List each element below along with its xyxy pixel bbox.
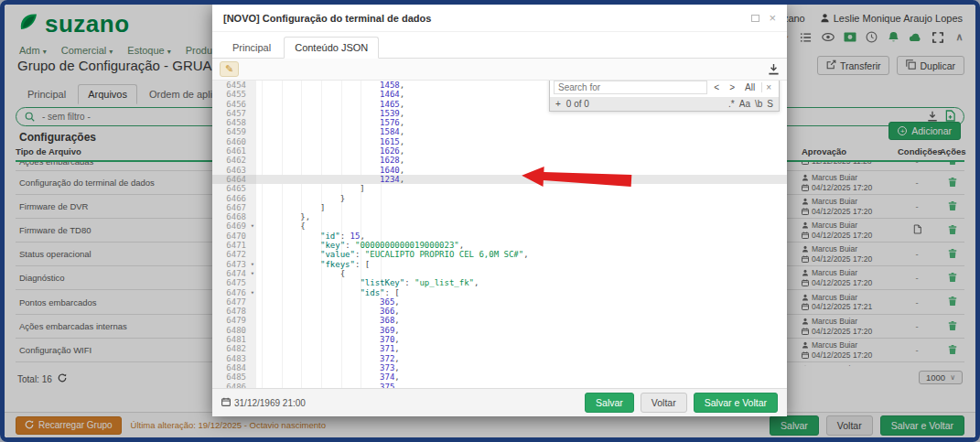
- fold-icon[interactable]: ▾: [251, 221, 254, 231]
- timestamp: 31/12/1969 21:00: [234, 398, 306, 408]
- line-number: 6463: [212, 166, 256, 175]
- code-line[interactable]: 6479 368,: [212, 316, 787, 325]
- modal-header: [NOVO] Configuração do terminal de dados…: [212, 5, 787, 32]
- code-text: 1464,: [256, 90, 404, 99]
- fold-icon[interactable]: ▾: [251, 288, 254, 297]
- code-line[interactable]: 6460 1615,: [212, 137, 787, 146]
- line-number: 6484: [212, 363, 256, 372]
- code-line[interactable]: 6481 370,: [212, 335, 787, 344]
- search-all-button[interactable]: All: [741, 82, 759, 92]
- search-input[interactable]: [554, 81, 707, 94]
- code-line[interactable]: 6463 1640,: [212, 166, 787, 175]
- code-line[interactable]: 6473▾ "fkeys": [: [212, 260, 787, 269]
- maximize-icon[interactable]: [751, 15, 759, 22]
- modal-tab-conte-do-json[interactable]: Conteúdo JSON: [284, 37, 379, 59]
- code-text: 1584,: [256, 127, 404, 136]
- fold-icon[interactable]: ▾: [251, 269, 254, 278]
- line-number: 6480: [212, 326, 256, 335]
- code-text: 371,: [256, 344, 400, 353]
- code-text: "fkeys": [: [256, 260, 370, 269]
- code-line[interactable]: 6462 1628,: [212, 156, 787, 165]
- code-text: 1458,: [256, 81, 404, 90]
- code-line[interactable]: 6486 375,: [212, 383, 787, 389]
- line-number: 6462: [212, 156, 256, 165]
- line-number: 6459: [212, 127, 256, 136]
- code-text: "ids": [: [256, 288, 400, 297]
- code-text: 1234,: [256, 175, 404, 184]
- code-text: 370,: [256, 335, 400, 344]
- code-line[interactable]: 6477 365,: [212, 297, 787, 307]
- line-number: 6467: [212, 203, 256, 212]
- code-line[interactable]: 6470 "id": 15,: [212, 232, 787, 241]
- line-number: 6482: [212, 344, 256, 353]
- code-line[interactable]: 6485 374,: [212, 372, 787, 382]
- toggle-replace-button[interactable]: +: [555, 99, 561, 109]
- in-selection-toggle[interactable]: S: [767, 99, 773, 109]
- download-json-icon[interactable]: [768, 63, 780, 75]
- code-text: 375,: [256, 383, 400, 389]
- line-number: 6471: [212, 241, 256, 250]
- close-icon[interactable]: ×: [769, 14, 776, 23]
- edit-pencil-icon[interactable]: ✎: [220, 61, 239, 77]
- line-number: 6455: [212, 90, 256, 99]
- code-line[interactable]: 6478 366,: [212, 307, 787, 316]
- line-number: 6465: [212, 184, 256, 193]
- code-line[interactable]: 6472 "value": "EUCALIPTO PROPRIO CEL 6,0…: [212, 250, 787, 259]
- code-line[interactable]: 6480 369,: [212, 326, 787, 335]
- fold-icon[interactable]: ▾: [251, 260, 254, 269]
- line-number: 6468: [212, 212, 256, 221]
- line-number: 6483: [212, 354, 256, 363]
- code-line[interactable]: 6466 }: [212, 194, 787, 203]
- code-text: 366,: [256, 307, 400, 316]
- json-code-editor[interactable]: 6454 1458,6455 1464,6456 1465,6457 1539,…: [212, 81, 787, 388]
- modal-title: [NOVO] Configuração do terminal de dados: [223, 13, 431, 24]
- code-text: ]: [256, 203, 325, 212]
- line-number: 6485: [212, 372, 256, 382]
- code-line[interactable]: 6461 1626,: [212, 146, 787, 156]
- wholeword-toggle[interactable]: \b: [755, 99, 762, 109]
- search-prev-button[interactable]: <: [710, 82, 723, 92]
- code-line[interactable]: 6483 372,: [212, 354, 787, 363]
- code-line[interactable]: 6475 "listKey": "up_list_fk",: [212, 278, 787, 287]
- search-counter: 0 of 0: [566, 99, 589, 109]
- search-close-icon[interactable]: ×: [761, 82, 775, 92]
- editor-toolbar: ✎: [212, 59, 787, 81]
- code-line[interactable]: 6458 1576,: [212, 118, 787, 127]
- code-line[interactable]: 6471 "key": "0000000000019000023",: [212, 241, 787, 250]
- code-line[interactable]: 6468 },: [212, 212, 787, 221]
- case-toggle[interactable]: Aa: [739, 99, 750, 109]
- code-line[interactable]: 6482 371,: [212, 344, 787, 353]
- code-line[interactable]: 6467 ]: [212, 203, 787, 212]
- line-number: 6481: [212, 335, 256, 344]
- line-number: 6458: [212, 118, 256, 127]
- line-number: 6454: [212, 81, 256, 90]
- search-next-button[interactable]: >: [726, 82, 738, 92]
- code-text: {: [256, 221, 306, 231]
- modal-save-and-back-button[interactable]: Salvar e Voltar: [694, 393, 778, 413]
- code-line[interactable]: 6459 1584,: [212, 127, 787, 136]
- modal-save-button[interactable]: Salvar: [585, 393, 634, 413]
- app-window: suzano Adm ▾Comercial ▾Estoque ▾Produção…: [0, 0, 980, 442]
- modal-back-button[interactable]: Voltar: [641, 393, 687, 413]
- code-line[interactable]: 6464 1234,: [212, 175, 787, 184]
- code-text: 373,: [256, 363, 400, 372]
- code-text: "key": "0000000000019000023",: [256, 241, 464, 250]
- modal-footer: 31/12/1969 21:00 Salvar Voltar Salvar e …: [212, 388, 787, 416]
- line-number: 6476▾: [212, 288, 256, 297]
- code-line[interactable]: 6465 ]: [212, 184, 787, 193]
- code-text: 372,: [256, 354, 400, 363]
- regex-toggle[interactable]: .*: [728, 99, 735, 109]
- code-text: 1628,: [256, 156, 404, 165]
- code-text: 1539,: [256, 109, 404, 118]
- code-line[interactable]: 6484 373,: [212, 363, 787, 372]
- code-text: 1626,: [256, 146, 404, 156]
- code-text: 1615,: [256, 137, 404, 146]
- code-line[interactable]: 6476▾ "ids": [: [212, 288, 787, 297]
- line-number: 6466: [212, 194, 256, 203]
- code-line[interactable]: 6474▾ {: [212, 269, 787, 278]
- modal-tab-principal[interactable]: Principal: [221, 37, 282, 59]
- code-line[interactable]: 6469▾ {: [212, 221, 787, 231]
- line-number: 6464: [212, 175, 256, 184]
- code-text: }: [256, 194, 345, 203]
- code-text: 369,: [256, 326, 400, 335]
